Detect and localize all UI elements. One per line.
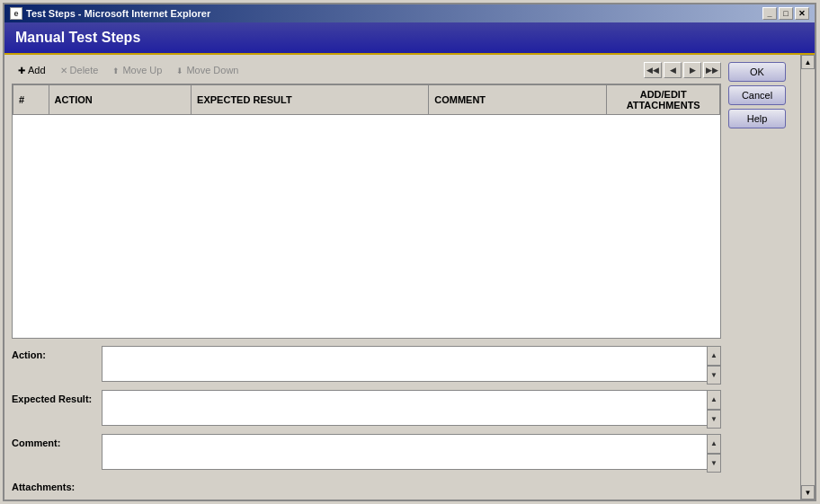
- outer-scroll-track: [801, 69, 815, 485]
- move-down-button[interactable]: Move Down: [170, 62, 245, 78]
- nav-buttons: ◀◀ ◀ ▶ ▶▶: [644, 62, 721, 78]
- title-bar-controls: _ □ ✕: [762, 7, 809, 20]
- expected-scroll-down[interactable]: ▼: [707, 410, 721, 429]
- ok-button[interactable]: OK: [728, 62, 786, 82]
- comment-scroll: ▲ ▼: [707, 434, 721, 473]
- move-up-button[interactable]: Move Up: [106, 62, 168, 78]
- action-input[interactable]: [102, 346, 721, 382]
- action-field-wrap: ▲ ▼: [102, 346, 721, 385]
- first-button[interactable]: ◀◀: [644, 62, 662, 78]
- comment-input[interactable]: [102, 434, 721, 470]
- delete-button[interactable]: Delete: [54, 62, 105, 78]
- form-section: Action: ▲ ▼ Expected Result: ▲: [12, 346, 721, 492]
- last-button[interactable]: ▶▶: [703, 62, 721, 78]
- window-content: Add Delete Move Up Move Down ◀◀ ◀: [4, 55, 815, 500]
- help-button[interactable]: Help: [728, 109, 786, 128]
- action-label: Action:: [12, 346, 102, 360]
- col-comment: COMMENT: [429, 85, 607, 115]
- delete-icon: [60, 65, 67, 75]
- action-scroll: ▲ ▼: [707, 346, 721, 385]
- prev-button[interactable]: ◀: [664, 62, 682, 78]
- dialog-title: Manual Test Steps: [15, 30, 140, 45]
- expected-scroll: ▲ ▼: [707, 390, 721, 429]
- move-down-icon: [176, 65, 183, 75]
- delete-label: Delete: [70, 65, 99, 75]
- comment-row: Comment: ▲ ▼: [12, 434, 721, 473]
- cancel-button[interactable]: Cancel: [728, 85, 786, 105]
- add-label: Add: [28, 65, 46, 75]
- outer-scroll-up[interactable]: ▲: [801, 55, 815, 69]
- action-scroll-up[interactable]: ▲: [707, 346, 721, 366]
- expected-row: Expected Result: ▲ ▼: [12, 390, 721, 429]
- window-title: Test Steps - Microsoft Internet Explorer: [26, 8, 210, 19]
- add-icon: [18, 65, 25, 75]
- steps-table: # ACTION EXPECTED RESULT COMMENT ADD/EDI…: [13, 84, 720, 115]
- expected-label: Expected Result:: [12, 390, 102, 404]
- attachments-label: Attachments:: [12, 478, 102, 492]
- maximize-button[interactable]: □: [779, 7, 793, 20]
- add-button[interactable]: Add: [12, 62, 52, 78]
- minimize-button[interactable]: _: [762, 7, 777, 20]
- title-bar-left: e Test Steps - Microsoft Internet Explor…: [10, 7, 210, 20]
- comment-scroll-down[interactable]: ▼: [707, 454, 721, 473]
- move-up-label: Move Up: [122, 65, 162, 75]
- dialog-header: Manual Test Steps: [4, 22, 815, 55]
- action-row: Action: ▲ ▼: [12, 346, 721, 385]
- next-button[interactable]: ▶: [683, 62, 701, 78]
- comment-scroll-up[interactable]: ▲: [707, 434, 721, 454]
- title-bar: e Test Steps - Microsoft Internet Explor…: [4, 4, 815, 22]
- outer-scroll-down[interactable]: ▼: [801, 485, 815, 500]
- expected-field-wrap: ▲ ▼: [102, 390, 721, 429]
- right-panel: OK Cancel Help: [728, 55, 800, 500]
- col-num: #: [13, 85, 49, 115]
- col-expected: EXPECTED RESULT: [192, 85, 429, 115]
- table-header-row: # ACTION EXPECTED RESULT COMMENT ADD/EDI…: [13, 85, 720, 115]
- action-scroll-down[interactable]: ▼: [707, 366, 721, 385]
- comment-label: Comment:: [12, 434, 102, 448]
- expected-scroll-up[interactable]: ▲: [707, 390, 721, 410]
- main-panel: Add Delete Move Up Move Down ◀◀ ◀: [4, 55, 728, 500]
- attachments-row: Attachments:: [12, 478, 721, 492]
- window-icon: e: [10, 7, 22, 20]
- main-window: e Test Steps - Microsoft Internet Explor…: [3, 3, 816, 501]
- move-up-icon: [112, 65, 120, 75]
- col-attachments: ADD/EDITATTACHMENTS: [607, 85, 720, 115]
- close-button[interactable]: ✕: [795, 7, 809, 20]
- steps-table-container[interactable]: # ACTION EXPECTED RESULT COMMENT ADD/EDI…: [12, 84, 721, 339]
- toolbar: Add Delete Move Up Move Down ◀◀ ◀: [12, 62, 721, 78]
- col-action: ACTION: [49, 85, 191, 115]
- outer-scrollbar: ▲ ▼: [800, 55, 815, 500]
- move-down-label: Move Down: [186, 65, 238, 75]
- comment-field-wrap: ▲ ▼: [102, 434, 721, 473]
- expected-input[interactable]: [102, 390, 721, 426]
